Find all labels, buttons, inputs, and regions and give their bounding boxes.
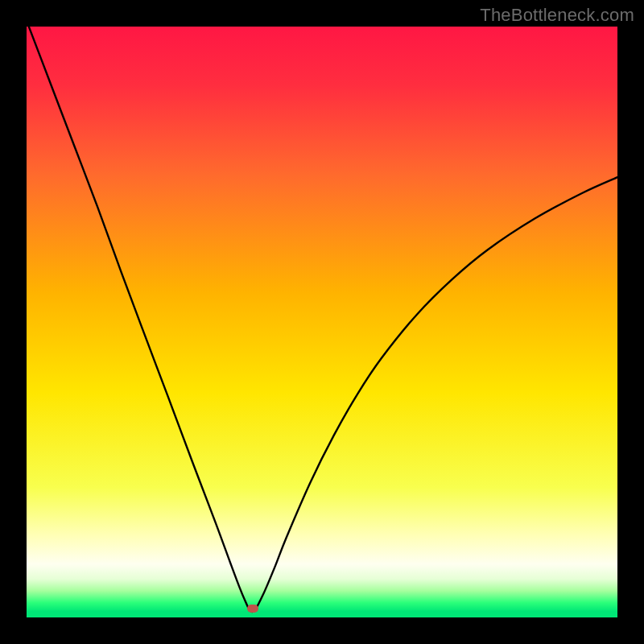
optimal-marker	[247, 605, 258, 613]
watermark-text: TheBottleneck.com	[480, 5, 634, 26]
bottleneck-curve	[27, 27, 617, 617]
chart-stage: TheBottleneck.com	[0, 0, 644, 644]
plot-area	[27, 27, 617, 617]
